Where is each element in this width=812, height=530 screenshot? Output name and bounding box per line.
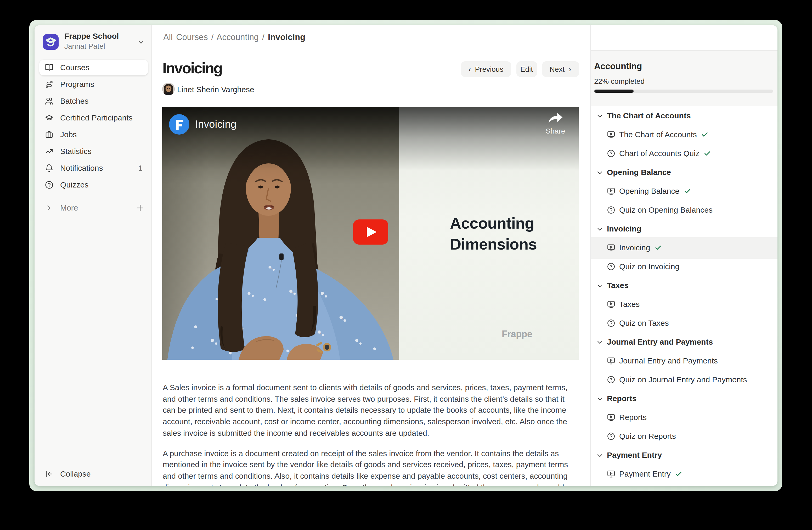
svg-text:Frappe: Frappe: [502, 329, 532, 339]
svg-text:Accounting: Accounting: [450, 214, 534, 232]
svg-text:Dimensions: Dimensions: [450, 235, 537, 253]
